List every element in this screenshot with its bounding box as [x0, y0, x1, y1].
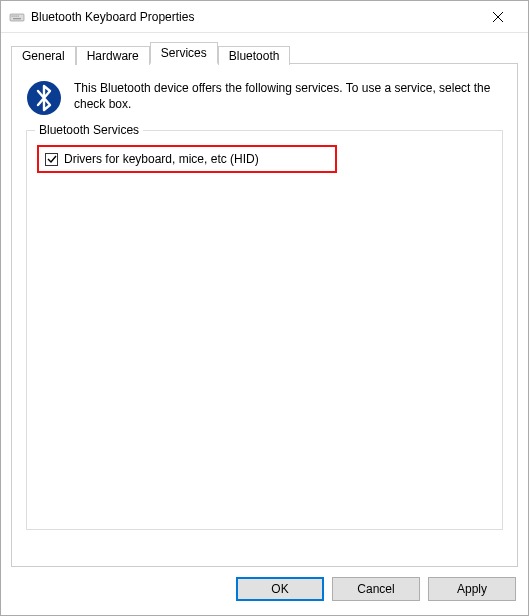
tab-bluetooth[interactable]: Bluetooth: [218, 46, 291, 65]
tab-general[interactable]: General: [11, 46, 76, 65]
properties-dialog: Bluetooth Keyboard Properties General Ha…: [0, 0, 529, 616]
ok-button[interactable]: OK: [236, 577, 324, 601]
tab-services[interactable]: Services: [150, 42, 218, 64]
info-text: This Bluetooth device offers the followi…: [74, 80, 503, 112]
svg-rect-2: [14, 15, 15, 16]
close-button[interactable]: [475, 2, 520, 32]
checkmark-icon: [47, 154, 57, 164]
info-row: This Bluetooth device offers the followi…: [26, 80, 503, 116]
dialog-body: General Hardware Services Bluetooth This…: [1, 33, 528, 567]
service-hid-checkbox[interactable]: [45, 153, 58, 166]
titlebar: Bluetooth Keyboard Properties: [1, 1, 528, 33]
bluetooth-icon: [26, 80, 62, 116]
dialog-footer: OK Cancel Apply: [1, 567, 528, 615]
service-row-hid: Drivers for keyboard, mice, etc (HID): [37, 145, 337, 173]
close-icon: [493, 12, 503, 22]
tabstrip: General Hardware Services Bluetooth: [11, 41, 518, 63]
group-title: Bluetooth Services: [35, 123, 143, 137]
window-title: Bluetooth Keyboard Properties: [31, 10, 475, 24]
svg-rect-5: [13, 18, 21, 19]
tab-panel-services: This Bluetooth device offers the followi…: [11, 63, 518, 567]
svg-rect-1: [12, 15, 13, 16]
svg-rect-4: [18, 15, 19, 16]
service-hid-label: Drivers for keyboard, mice, etc (HID): [64, 152, 259, 166]
apply-button[interactable]: Apply: [428, 577, 516, 601]
cancel-button[interactable]: Cancel: [332, 577, 420, 601]
svg-rect-0: [10, 14, 24, 21]
bluetooth-services-group: Bluetooth Services Drivers for keyboard,…: [26, 130, 503, 530]
svg-rect-3: [16, 15, 17, 16]
keyboard-icon: [9, 9, 25, 25]
tab-hardware[interactable]: Hardware: [76, 46, 150, 65]
